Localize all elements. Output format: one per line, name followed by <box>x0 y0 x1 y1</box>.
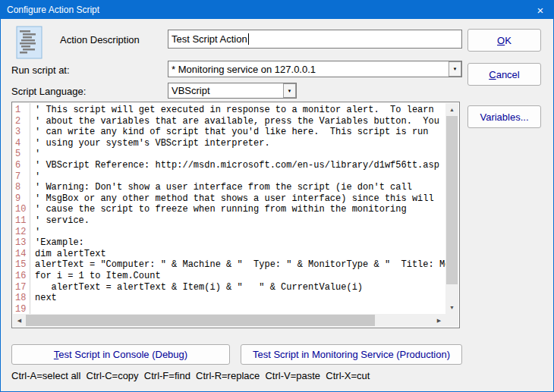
code-line: ' Warning: Don't show a user interface f… <box>35 182 445 193</box>
test-script-service-button[interactable]: Test Script in Monitoring Service (Produ… <box>241 344 462 365</box>
line-number: 4 <box>15 138 30 149</box>
line-numbers: 12345678910111213141516171819 <box>13 103 30 314</box>
ok-button[interactable]: OK <box>467 29 541 52</box>
action-description-value: Test Script Action <box>172 33 247 45</box>
code-line: ' <box>35 227 445 238</box>
code-line: 'Example: <box>35 237 445 249</box>
line-number: 12 <box>15 227 30 238</box>
text-caret <box>248 33 249 45</box>
script-editor[interactable]: 12345678910111213141516171819 ' This scr… <box>11 102 460 328</box>
line-number: 2 <box>15 116 30 127</box>
line-number: 16 <box>15 271 30 282</box>
title-bar: Configure Action Script × <box>1 1 553 19</box>
code-line: ' can write any kind of script that you'… <box>35 127 445 138</box>
line-number: 15 <box>15 259 30 271</box>
scroll-down-icon[interactable]: ▼ <box>445 301 458 314</box>
configure-action-script-dialog: Configure Action Script × Action Descrip… <box>0 0 554 392</box>
line-number: 19 <box>15 304 30 314</box>
editor-body[interactable]: 12345678910111213141516171819 ' This scr… <box>13 103 445 314</box>
code-line: ' <box>35 149 445 160</box>
script-language-label: Script Language: <box>11 86 86 97</box>
code-line: ' about the variables that are available… <box>35 116 445 127</box>
line-number: 8 <box>15 182 30 193</box>
code-line: ' <box>35 171 445 183</box>
code-line: dim alertText <box>35 249 445 260</box>
line-number: 5 <box>15 149 30 160</box>
code-line: ' cause the script to freeze when runnin… <box>35 204 445 215</box>
horizontal-scroll-thumb[interactable] <box>26 315 375 326</box>
run-script-at-dropdown-arrow-icon[interactable]: ▼ <box>449 61 461 77</box>
variables-button[interactable]: Variables... <box>467 105 541 128</box>
close-icon[interactable]: × <box>527 1 553 19</box>
line-number: 11 <box>15 215 30 227</box>
code-line: ' This script will get executed in respo… <box>35 105 445 116</box>
scroll-right-icon[interactable]: ▶ <box>433 314 445 327</box>
scroll-up-icon[interactable]: ▲ <box>445 103 458 116</box>
run-script-at-combobox[interactable]: * Monitoring service on 127.0.0.1 ▼ <box>168 61 462 77</box>
horizontal-scrollbar[interactable]: ◀ ▶ <box>13 314 445 327</box>
line-number: 1 <box>15 105 30 116</box>
action-description-label: Action Description <box>60 34 140 45</box>
test-script-console-button[interactable]: Test Script in Console (Debug) <box>11 344 230 365</box>
line-number: 17 <box>15 282 30 293</box>
vertical-scroll-thumb[interactable] <box>446 116 458 284</box>
code-line: ' using your system's VBScript interpret… <box>35 138 445 149</box>
code-line: next <box>35 293 445 304</box>
script-language-value: VBScript <box>172 85 283 96</box>
code-line: ' service. <box>35 215 445 227</box>
code-line <box>35 304 445 314</box>
scroll-left-icon[interactable]: ◀ <box>13 314 26 327</box>
line-number: 10 <box>15 204 30 215</box>
line-number: 7 <box>15 171 30 183</box>
run-script-at-value: * Monitoring service on 127.0.0.1 <box>172 64 449 75</box>
line-number: 6 <box>15 160 30 171</box>
line-number: 9 <box>15 193 30 205</box>
script-language-dropdown-arrow-icon[interactable]: ▼ <box>283 83 296 98</box>
scrollbar-corner <box>445 314 458 327</box>
script-language-combobox[interactable]: VBScript ▼ <box>168 83 297 99</box>
script-document-icon <box>16 26 43 59</box>
cancel-button[interactable]: Cancel <box>467 63 541 86</box>
code-line: for i = 1 to Item.Count <box>35 271 445 282</box>
code-line: ' MsgBox or any other method that shows … <box>35 193 445 205</box>
shortcut-hints: Ctrl-A=select all Ctrl-C=copy Ctrl-F=fin… <box>11 370 370 381</box>
code-line: alertText = alertText & Item(i) & " " & … <box>35 282 445 293</box>
vertical-scrollbar[interactable]: ▲ ▼ <box>445 103 458 314</box>
action-description-input[interactable]: Test Script Action <box>168 30 462 49</box>
run-script-at-label: Run script at: <box>11 64 70 76</box>
window-title: Configure Action Script <box>1 5 99 15</box>
line-number: 18 <box>15 293 30 304</box>
code-line: alertText = "Computer: " & Machine & " T… <box>35 259 445 271</box>
line-number: 3 <box>15 127 30 138</box>
line-number: 14 <box>15 249 30 260</box>
line-number: 13 <box>15 237 30 249</box>
code-text[interactable]: ' This script will get executed in respo… <box>30 103 445 314</box>
code-line: ' VBScript Reference: http://msdn.micros… <box>35 160 445 171</box>
